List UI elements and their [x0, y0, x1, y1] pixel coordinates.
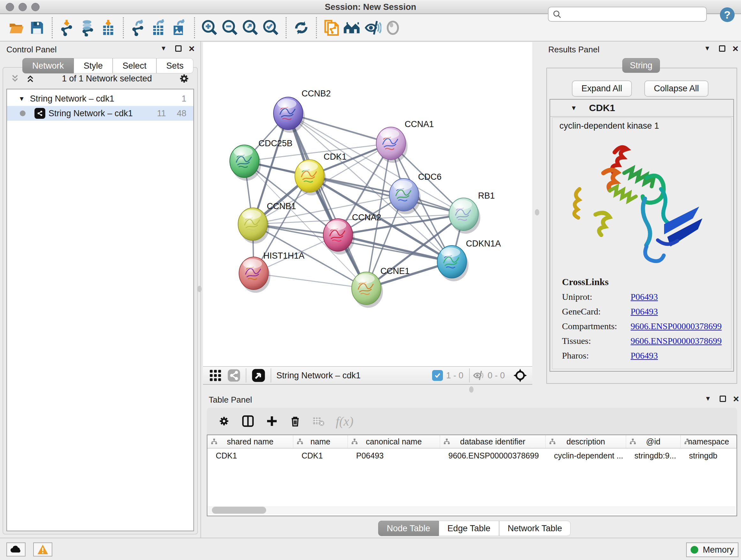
- eye-slash-icon: [363, 19, 381, 37]
- birdseye-grid-icon[interactable]: [209, 369, 222, 382]
- control-panel-close-icon[interactable]: ×: [189, 45, 195, 52]
- zoom-in-button[interactable]: [199, 16, 220, 39]
- results-panel-float-icon[interactable]: [719, 45, 725, 52]
- collapse-all-button[interactable]: Collapse All: [644, 80, 709, 97]
- edge-CCNB2-CCNE1[interactable]: [288, 113, 366, 288]
- table-horizontal-scrollbar[interactable]: [208, 506, 736, 514]
- scrollbar-thumb[interactable]: [212, 507, 266, 514]
- column-header-database-identifier[interactable]: database identifier: [440, 435, 546, 448]
- column-header-namespace[interactable]: namespace: [681, 435, 737, 448]
- tab-network[interactable]: Network: [22, 58, 74, 73]
- tab-string[interactable]: String: [622, 58, 660, 73]
- bottom-divider-handle[interactable]: [469, 386, 474, 393]
- table-cell[interactable]: CDK1: [293, 449, 348, 462]
- share-view-icon[interactable]: [227, 369, 241, 382]
- table-cell[interactable]: CDK1: [207, 449, 293, 462]
- tab-node-table[interactable]: Node Table: [378, 521, 439, 536]
- zoom-fit-button[interactable]: [240, 16, 261, 39]
- network-options-gear-icon[interactable]: [178, 72, 190, 84]
- memory-button[interactable]: Memory: [686, 543, 738, 557]
- node-RB1[interactable]: RB1: [449, 191, 495, 234]
- current-network-dot-icon: [20, 111, 25, 116]
- column-header-canonical-name[interactable]: canonical name: [348, 435, 440, 448]
- import-network-file-button[interactable]: [57, 16, 77, 39]
- table-panel-float-icon[interactable]: [720, 395, 726, 402]
- tab-style[interactable]: Style: [74, 58, 113, 73]
- table-panel-close-icon[interactable]: ×: [733, 395, 739, 402]
- collection-expand-triangle-icon[interactable]: ▼: [18, 95, 25, 103]
- crosslink-link[interactable]: 9606.ENSP00000378699: [630, 336, 722, 346]
- control-panel-menu-icon[interactable]: ▼: [160, 45, 167, 52]
- node-CDC6[interactable]: CDC6: [389, 172, 442, 214]
- save-session-button[interactable]: [27, 16, 47, 39]
- table-cell[interactable]: cyclin-dependent ...: [546, 449, 626, 462]
- zoom-out-button[interactable]: [220, 16, 240, 39]
- node-HIST1H1A[interactable]: HIST1H1A: [239, 251, 305, 293]
- column-header-name[interactable]: name: [293, 435, 348, 448]
- table-row[interactable]: CDK1CDK1P064939606.ENSP00000378699cyclin…: [207, 449, 737, 462]
- import-table-file-button[interactable]: [98, 16, 118, 39]
- collapse-all-chevron-icon[interactable]: [10, 74, 20, 83]
- table-panel-title: Table Panel: [209, 395, 252, 405]
- open-session-button[interactable]: [6, 16, 27, 39]
- network-row-selected[interactable]: String Network – cdk1 11 48: [7, 106, 193, 121]
- export-image-button[interactable]: [169, 16, 190, 39]
- table-options-button[interactable]: [218, 415, 230, 428]
- search-input[interactable]: [562, 10, 699, 19]
- column-header-description[interactable]: description: [546, 435, 626, 448]
- expand-all-chevron-icon[interactable]: [25, 74, 36, 83]
- selected-nodes-checkbox[interactable]: [432, 370, 443, 381]
- node-CDKN1A[interactable]: CDKN1A: [437, 239, 501, 281]
- network-canvas[interactable]: CCNB2CCNA1CDC25BCDK1CDC6RB1CCNB1CCNA2CDK…: [203, 42, 532, 366]
- import-network-database-button[interactable]: [77, 16, 98, 39]
- import-database-icon: [79, 19, 96, 37]
- edge-CCNA2-CDKN1A[interactable]: [338, 235, 452, 262]
- expand-all-button[interactable]: Expand All: [572, 80, 632, 97]
- export-network-button[interactable]: [128, 16, 149, 39]
- tab-sets[interactable]: Sets: [156, 58, 193, 73]
- warnings-button[interactable]: [33, 543, 52, 557]
- crosslink-link[interactable]: P06493: [630, 307, 658, 317]
- help-button[interactable]: ?: [720, 7, 735, 22]
- table-panel-menu-icon[interactable]: ▼: [705, 395, 711, 402]
- left-divider-handle[interactable]: [197, 286, 202, 292]
- tab-select[interactable]: Select: [113, 58, 156, 73]
- tab-network-table[interactable]: Network Table: [499, 521, 571, 536]
- node-navigator-crosshair-icon[interactable]: [513, 368, 528, 383]
- crosslink-link[interactable]: P06493: [630, 292, 658, 302]
- show-columns-button[interactable]: [241, 415, 255, 428]
- column-header--id[interactable]: @id: [626, 435, 681, 448]
- section-collapse-triangle-icon[interactable]: ▼: [570, 105, 577, 112]
- delete-column-button[interactable]: [289, 415, 301, 428]
- crosslink-link[interactable]: P06493: [630, 351, 658, 361]
- edge-HIST1H1A-CCNE1[interactable]: [254, 273, 366, 288]
- network-collection-row[interactable]: ▼ String Network – cdk1 1: [7, 91, 193, 106]
- string-network-graph[interactable]: CCNB2CCNA1CDC25BCDK1CDC6RB1CCNB1CCNA2CDK…: [203, 42, 532, 366]
- table-cell[interactable]: stringdb:9...: [626, 449, 681, 462]
- cloud-status-button[interactable]: [6, 543, 25, 557]
- table-cell[interactable]: stringdb: [681, 449, 737, 462]
- results-panel: Results Panel ▼ × String Expand All Coll…: [542, 42, 741, 394]
- tab-edge-table[interactable]: Edge Table: [439, 521, 499, 536]
- node-CCNE1[interactable]: CCNE1: [352, 266, 410, 308]
- refresh-button[interactable]: [291, 16, 312, 39]
- control-panel-float-icon[interactable]: [175, 45, 182, 52]
- crosslink-link[interactable]: 9606.ENSP00000378699: [630, 321, 722, 331]
- show-graphics-details-button[interactable]: [383, 16, 403, 39]
- export-table-button[interactable]: [149, 16, 169, 39]
- hide-graphics-details-button[interactable]: [362, 16, 383, 39]
- network-selection-summary: 1 of 1 Network selected: [36, 74, 178, 84]
- cdk1-section: ▼ CDK1 cyclin-dependent kinase 1: [549, 99, 734, 372]
- results-panel-close-icon[interactable]: ×: [732, 45, 738, 52]
- string-publication-button[interactable]: [321, 16, 342, 39]
- search-field[interactable]: [548, 7, 707, 22]
- results-panel-menu-icon[interactable]: ▼: [704, 45, 711, 52]
- home-networks-button[interactable]: [342, 16, 362, 39]
- zoom-selected-button[interactable]: [261, 16, 281, 39]
- create-column-button[interactable]: [266, 415, 278, 428]
- right-divider-handle[interactable]: [535, 209, 539, 215]
- table-cell[interactable]: 9606.ENSP00000378699: [440, 449, 546, 462]
- column-header-shared-name[interactable]: shared name: [207, 435, 293, 448]
- detach-view-icon[interactable]: [252, 368, 266, 382]
- table-cell[interactable]: P06493: [348, 449, 440, 462]
